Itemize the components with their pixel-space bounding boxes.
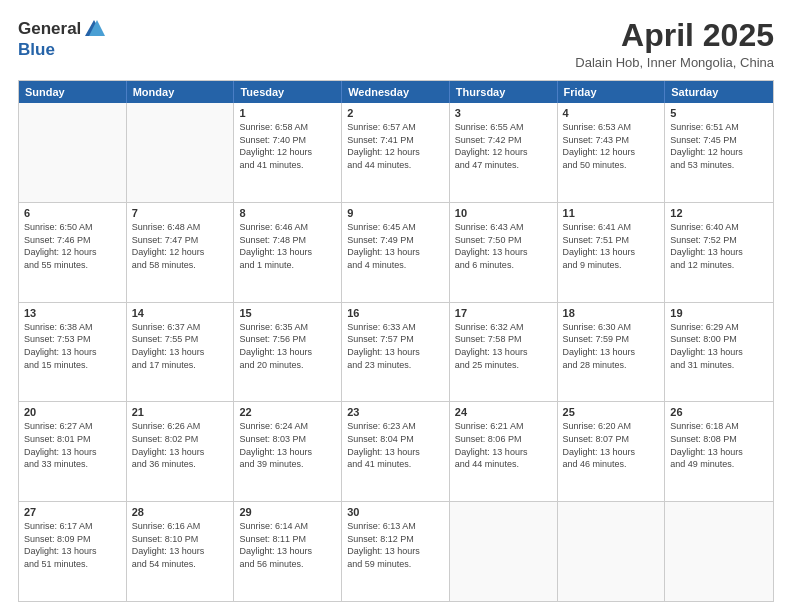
- day-number: 3: [455, 107, 552, 119]
- cell-daylight-info: Sunrise: 6:23 AM Sunset: 8:04 PM Dayligh…: [347, 420, 444, 470]
- cell-daylight-info: Sunrise: 6:24 AM Sunset: 8:03 PM Dayligh…: [239, 420, 336, 470]
- day-number: 14: [132, 307, 229, 319]
- calendar-cell: 25Sunrise: 6:20 AM Sunset: 8:07 PM Dayli…: [558, 402, 666, 501]
- day-number: 26: [670, 406, 768, 418]
- header-day-saturday: Saturday: [665, 81, 773, 103]
- day-number: 12: [670, 207, 768, 219]
- calendar-cell: 14Sunrise: 6:37 AM Sunset: 7:55 PM Dayli…: [127, 303, 235, 402]
- calendar-cell: 16Sunrise: 6:33 AM Sunset: 7:57 PM Dayli…: [342, 303, 450, 402]
- calendar-cell: 2Sunrise: 6:57 AM Sunset: 7:41 PM Daylig…: [342, 103, 450, 202]
- cell-daylight-info: Sunrise: 6:27 AM Sunset: 8:01 PM Dayligh…: [24, 420, 121, 470]
- day-number: 13: [24, 307, 121, 319]
- header: General Blue April 2025 Dalain Hob, Inne…: [18, 18, 774, 70]
- cell-daylight-info: Sunrise: 6:38 AM Sunset: 7:53 PM Dayligh…: [24, 321, 121, 371]
- day-number: 1: [239, 107, 336, 119]
- cell-daylight-info: Sunrise: 6:18 AM Sunset: 8:08 PM Dayligh…: [670, 420, 768, 470]
- calendar-row-3: 13Sunrise: 6:38 AM Sunset: 7:53 PM Dayli…: [19, 302, 773, 402]
- cell-daylight-info: Sunrise: 6:14 AM Sunset: 8:11 PM Dayligh…: [239, 520, 336, 570]
- header-day-thursday: Thursday: [450, 81, 558, 103]
- day-number: 23: [347, 406, 444, 418]
- cell-daylight-info: Sunrise: 6:57 AM Sunset: 7:41 PM Dayligh…: [347, 121, 444, 171]
- cell-daylight-info: Sunrise: 6:37 AM Sunset: 7:55 PM Dayligh…: [132, 321, 229, 371]
- calendar-cell: 5Sunrise: 6:51 AM Sunset: 7:45 PM Daylig…: [665, 103, 773, 202]
- logo: General Blue: [18, 18, 105, 60]
- calendar-cell: 30Sunrise: 6:13 AM Sunset: 8:12 PM Dayli…: [342, 502, 450, 601]
- cell-daylight-info: Sunrise: 6:29 AM Sunset: 8:00 PM Dayligh…: [670, 321, 768, 371]
- day-number: 11: [563, 207, 660, 219]
- calendar-cell: [665, 502, 773, 601]
- calendar-cell: 23Sunrise: 6:23 AM Sunset: 8:04 PM Dayli…: [342, 402, 450, 501]
- day-number: 22: [239, 406, 336, 418]
- day-number: 8: [239, 207, 336, 219]
- header-day-friday: Friday: [558, 81, 666, 103]
- cell-daylight-info: Sunrise: 6:13 AM Sunset: 8:12 PM Dayligh…: [347, 520, 444, 570]
- cell-daylight-info: Sunrise: 6:53 AM Sunset: 7:43 PM Dayligh…: [563, 121, 660, 171]
- cell-daylight-info: Sunrise: 6:41 AM Sunset: 7:51 PM Dayligh…: [563, 221, 660, 271]
- cell-daylight-info: Sunrise: 6:33 AM Sunset: 7:57 PM Dayligh…: [347, 321, 444, 371]
- calendar-cell: 3Sunrise: 6:55 AM Sunset: 7:42 PM Daylig…: [450, 103, 558, 202]
- calendar-cell: [558, 502, 666, 601]
- day-number: 29: [239, 506, 336, 518]
- cell-daylight-info: Sunrise: 6:35 AM Sunset: 7:56 PM Dayligh…: [239, 321, 336, 371]
- location-subtitle: Dalain Hob, Inner Mongolia, China: [575, 55, 774, 70]
- calendar-cell: 8Sunrise: 6:46 AM Sunset: 7:48 PM Daylig…: [234, 203, 342, 302]
- calendar-cell: 10Sunrise: 6:43 AM Sunset: 7:50 PM Dayli…: [450, 203, 558, 302]
- cell-daylight-info: Sunrise: 6:30 AM Sunset: 7:59 PM Dayligh…: [563, 321, 660, 371]
- calendar-cell: 27Sunrise: 6:17 AM Sunset: 8:09 PM Dayli…: [19, 502, 127, 601]
- calendar-header: SundayMondayTuesdayWednesdayThursdayFrid…: [19, 81, 773, 103]
- day-number: 9: [347, 207, 444, 219]
- calendar-body: 1Sunrise: 6:58 AM Sunset: 7:40 PM Daylig…: [19, 103, 773, 601]
- calendar: SundayMondayTuesdayWednesdayThursdayFrid…: [18, 80, 774, 602]
- calendar-cell: 13Sunrise: 6:38 AM Sunset: 7:53 PM Dayli…: [19, 303, 127, 402]
- day-number: 28: [132, 506, 229, 518]
- calendar-row-5: 27Sunrise: 6:17 AM Sunset: 8:09 PM Dayli…: [19, 501, 773, 601]
- day-number: 15: [239, 307, 336, 319]
- calendar-cell: 15Sunrise: 6:35 AM Sunset: 7:56 PM Dayli…: [234, 303, 342, 402]
- logo-icon: [83, 18, 105, 40]
- day-number: 25: [563, 406, 660, 418]
- day-number: 7: [132, 207, 229, 219]
- cell-daylight-info: Sunrise: 6:51 AM Sunset: 7:45 PM Dayligh…: [670, 121, 768, 171]
- cell-daylight-info: Sunrise: 6:45 AM Sunset: 7:49 PM Dayligh…: [347, 221, 444, 271]
- calendar-cell: 24Sunrise: 6:21 AM Sunset: 8:06 PM Dayli…: [450, 402, 558, 501]
- cell-daylight-info: Sunrise: 6:48 AM Sunset: 7:47 PM Dayligh…: [132, 221, 229, 271]
- day-number: 10: [455, 207, 552, 219]
- cell-daylight-info: Sunrise: 6:26 AM Sunset: 8:02 PM Dayligh…: [132, 420, 229, 470]
- calendar-cell: 21Sunrise: 6:26 AM Sunset: 8:02 PM Dayli…: [127, 402, 235, 501]
- calendar-row-1: 1Sunrise: 6:58 AM Sunset: 7:40 PM Daylig…: [19, 103, 773, 202]
- day-number: 18: [563, 307, 660, 319]
- day-number: 19: [670, 307, 768, 319]
- day-number: 2: [347, 107, 444, 119]
- calendar-cell: 4Sunrise: 6:53 AM Sunset: 7:43 PM Daylig…: [558, 103, 666, 202]
- header-day-tuesday: Tuesday: [234, 81, 342, 103]
- calendar-row-2: 6Sunrise: 6:50 AM Sunset: 7:46 PM Daylig…: [19, 202, 773, 302]
- month-title: April 2025: [575, 18, 774, 53]
- calendar-row-4: 20Sunrise: 6:27 AM Sunset: 8:01 PM Dayli…: [19, 401, 773, 501]
- day-number: 30: [347, 506, 444, 518]
- cell-daylight-info: Sunrise: 6:20 AM Sunset: 8:07 PM Dayligh…: [563, 420, 660, 470]
- day-number: 27: [24, 506, 121, 518]
- calendar-cell: 6Sunrise: 6:50 AM Sunset: 7:46 PM Daylig…: [19, 203, 127, 302]
- title-section: April 2025 Dalain Hob, Inner Mongolia, C…: [575, 18, 774, 70]
- day-number: 20: [24, 406, 121, 418]
- calendar-cell: 28Sunrise: 6:16 AM Sunset: 8:10 PM Dayli…: [127, 502, 235, 601]
- day-number: 6: [24, 207, 121, 219]
- cell-daylight-info: Sunrise: 6:43 AM Sunset: 7:50 PM Dayligh…: [455, 221, 552, 271]
- calendar-cell: [450, 502, 558, 601]
- day-number: 17: [455, 307, 552, 319]
- calendar-cell: [127, 103, 235, 202]
- calendar-cell: 11Sunrise: 6:41 AM Sunset: 7:51 PM Dayli…: [558, 203, 666, 302]
- cell-daylight-info: Sunrise: 6:16 AM Sunset: 8:10 PM Dayligh…: [132, 520, 229, 570]
- calendar-cell: 7Sunrise: 6:48 AM Sunset: 7:47 PM Daylig…: [127, 203, 235, 302]
- cell-daylight-info: Sunrise: 6:55 AM Sunset: 7:42 PM Dayligh…: [455, 121, 552, 171]
- calendar-cell: 29Sunrise: 6:14 AM Sunset: 8:11 PM Dayli…: [234, 502, 342, 601]
- cell-daylight-info: Sunrise: 6:58 AM Sunset: 7:40 PM Dayligh…: [239, 121, 336, 171]
- calendar-cell: 12Sunrise: 6:40 AM Sunset: 7:52 PM Dayli…: [665, 203, 773, 302]
- calendar-cell: 9Sunrise: 6:45 AM Sunset: 7:49 PM Daylig…: [342, 203, 450, 302]
- day-number: 4: [563, 107, 660, 119]
- cell-daylight-info: Sunrise: 6:21 AM Sunset: 8:06 PM Dayligh…: [455, 420, 552, 470]
- cell-daylight-info: Sunrise: 6:50 AM Sunset: 7:46 PM Dayligh…: [24, 221, 121, 271]
- day-number: 16: [347, 307, 444, 319]
- day-number: 5: [670, 107, 768, 119]
- cell-daylight-info: Sunrise: 6:17 AM Sunset: 8:09 PM Dayligh…: [24, 520, 121, 570]
